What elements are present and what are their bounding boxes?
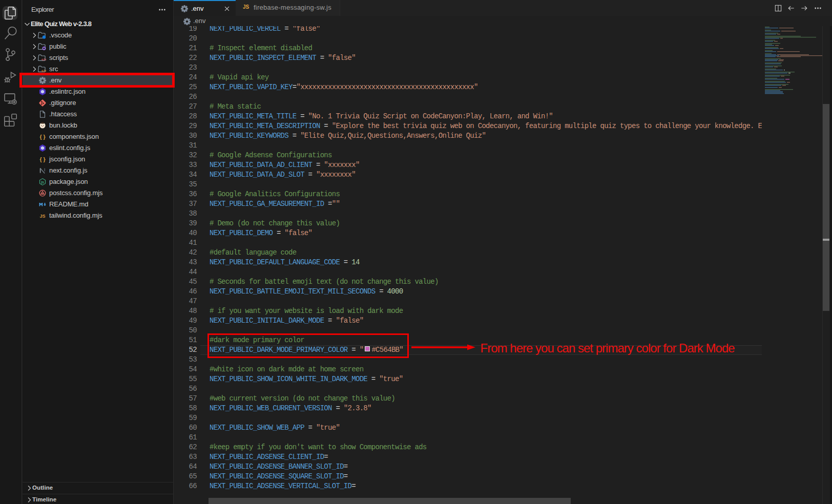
svg-text:{ }: { } [39, 134, 45, 140]
svg-text:JS: JS [39, 214, 45, 219]
svg-text:{ }: { } [39, 156, 45, 162]
svg-text:js: js [40, 180, 44, 184]
